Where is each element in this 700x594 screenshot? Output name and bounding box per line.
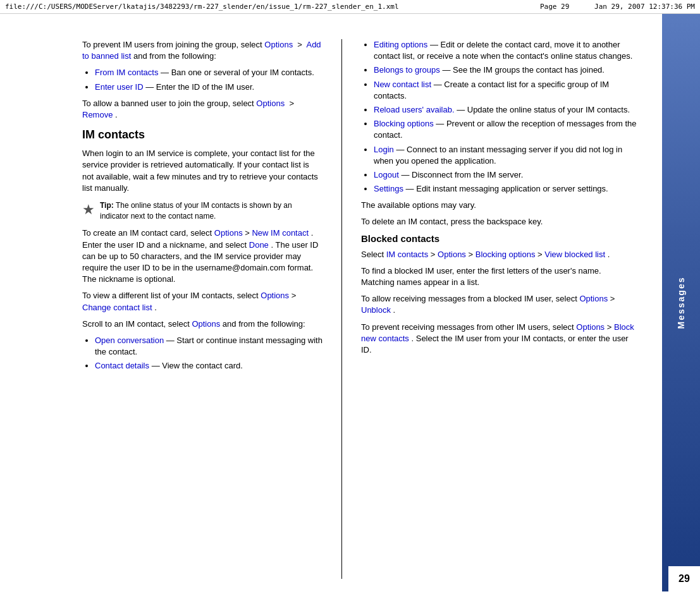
- list-item: Editing options — Edit or delete the con…: [374, 39, 637, 62]
- contact-details-link[interactable]: Contact details: [95, 361, 149, 370]
- options-link-6[interactable]: Options: [438, 250, 466, 259]
- list-item: From IM contacts — Ban one or several of…: [95, 67, 322, 78]
- filepath: file:///C:/USERS/MODEServer/lkatajis/348…: [5, 3, 399, 11]
- list-item: Blocking options — Prevent or allow the …: [374, 118, 637, 141]
- create-para: To create an IM contact card, select Opt…: [82, 227, 322, 285]
- list-item: Reload users' availab. — Update the onli…: [374, 104, 637, 116]
- scroll-bullets: Open conversation — Start or continue in…: [95, 335, 322, 372]
- settings-link[interactable]: Settings: [374, 184, 403, 193]
- list-item: Enter user ID — Enter the ID of the IM u…: [95, 82, 322, 93]
- enter-user-id-link[interactable]: Enter user ID: [95, 82, 144, 92]
- options-link-5[interactable]: Options: [192, 319, 220, 329]
- blocking-options-link[interactable]: Blocking options: [374, 119, 434, 128]
- allow-para: To allow a banned user to join the group…: [82, 98, 322, 121]
- sidebar-label: Messages: [676, 277, 686, 329]
- done-link[interactable]: Done: [249, 240, 269, 250]
- prevent-receiving-para: To prevent receiving messages from other…: [361, 322, 637, 356]
- options-link-1[interactable]: Options: [264, 40, 293, 49]
- blocked-select-para: Select IM contacts > Options > Blocking …: [361, 249, 637, 260]
- login-link[interactable]: Login: [374, 145, 394, 154]
- blocking-options-link-2[interactable]: Blocking options: [476, 250, 536, 259]
- options-link-8[interactable]: Options: [576, 322, 605, 332]
- list-item: Open conversation — Start or continue in…: [95, 335, 322, 358]
- view-blocked-list-link[interactable]: View blocked list: [544, 250, 605, 259]
- list-item: Contact details — View the contact card.: [95, 360, 322, 372]
- change-contact-list-link[interactable]: Change contact list: [82, 303, 152, 312]
- list-item: Logout — Disconnect from the IM server.: [374, 169, 637, 181]
- belongs-to-groups-link[interactable]: Belongs to groups: [374, 65, 440, 75]
- right-column: Editing options — Edit or delete the con…: [361, 39, 643, 579]
- intro-para: To prevent IM users from joining the gro…: [82, 39, 322, 62]
- list-item: New contact list — Create a contact list…: [374, 79, 637, 102]
- tip-box: ★ Tip: The online status of your IM cont…: [82, 200, 322, 222]
- available-options-text: The available options may vary.: [361, 200, 637, 211]
- sidebar: Messages 29: [662, 14, 700, 591]
- content-area: To prevent IM users from joining the gro…: [0, 14, 662, 591]
- options-link-4[interactable]: Options: [261, 291, 289, 300]
- find-blocked-text: To find a blocked IM user, enter the fir…: [361, 265, 637, 288]
- options-link-2[interactable]: Options: [256, 99, 285, 108]
- right-bullets: Editing options — Edit or delete the con…: [374, 39, 637, 195]
- tip-text: Tip: The online status of your IM contac…: [100, 200, 322, 222]
- blocked-contacts-heading: Blocked contacts: [361, 233, 637, 244]
- tip-label: Tip:: [100, 201, 114, 210]
- scroll-para: Scroll to an IM contact, select Options …: [82, 318, 322, 330]
- options-link-3[interactable]: Options: [214, 228, 243, 238]
- remove-link[interactable]: Remove: [82, 110, 113, 119]
- logout-link[interactable]: Logout: [374, 170, 399, 179]
- list-item: Login — Connect to an instant messaging …: [374, 144, 637, 167]
- im-contacts-heading: IM contacts: [82, 128, 322, 142]
- list-item: Settings — Edit instant messaging applic…: [374, 183, 637, 195]
- new-im-contact-link[interactable]: New IM contact: [252, 228, 309, 238]
- page-info: Page 29 Jan 29, 2007 12:37:36 PM: [540, 3, 695, 11]
- main-layout: To prevent IM users from joining the gro…: [0, 14, 700, 591]
- options-link-7[interactable]: Options: [579, 294, 608, 303]
- banned-bullets: From IM contacts — Ban one or several of…: [95, 67, 322, 92]
- editing-options-link[interactable]: Editing options: [374, 40, 427, 49]
- open-conversation-link[interactable]: Open conversation: [95, 336, 164, 345]
- allow-receiving-para: To allow receiving messages from a block…: [361, 293, 637, 316]
- tip-icon: ★: [82, 202, 95, 218]
- column-divider: [341, 39, 342, 579]
- list-item: Belongs to groups — See the IM groups th…: [374, 64, 637, 76]
- from-im-contacts-link[interactable]: From IM contacts: [95, 68, 158, 77]
- delete-text: To delete an IM contact, press the backs…: [361, 216, 637, 227]
- view-para: To view a different list of your IM cont…: [82, 290, 322, 313]
- unblock-link[interactable]: Unblock: [361, 305, 391, 315]
- im-contacts-para: When login to an IM service is complete,…: [82, 148, 322, 194]
- im-contacts-link[interactable]: IM contacts: [386, 250, 428, 259]
- reload-users-link[interactable]: Reload users' availab.: [374, 105, 455, 114]
- top-bar: file:///C:/USERS/MODEServer/lkatajis/348…: [0, 0, 700, 14]
- left-column: To prevent IM users from joining the gro…: [82, 39, 322, 579]
- new-contact-list-link[interactable]: New contact list: [374, 80, 431, 89]
- page-number-box: 29: [668, 566, 700, 591]
